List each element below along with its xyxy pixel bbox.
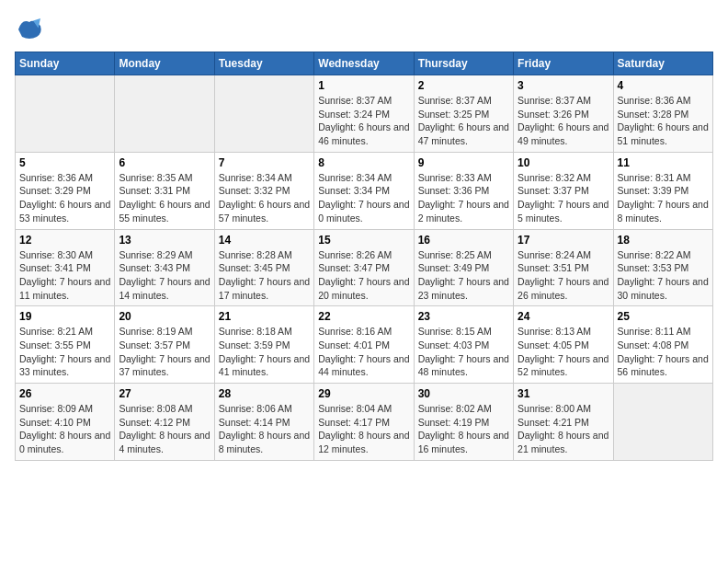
calendar-cell: 18Sunrise: 8:22 AM Sunset: 3:53 PM Dayli… (613, 229, 712, 306)
week-row-3: 12Sunrise: 8:30 AM Sunset: 3:41 PM Dayli… (16, 229, 713, 306)
day-header-tuesday: Tuesday (214, 52, 313, 75)
calendar-cell (115, 75, 214, 153)
calendar-cell: 25Sunrise: 8:11 AM Sunset: 4:08 PM Dayli… (613, 306, 712, 384)
day-info: Sunrise: 8:08 AM Sunset: 4:12 PM Dayligh… (119, 402, 210, 456)
day-info: Sunrise: 8:37 AM Sunset: 3:26 PM Dayligh… (518, 94, 609, 148)
calendar-cell (214, 75, 313, 153)
day-info: Sunrise: 8:13 AM Sunset: 4:05 PM Dayligh… (518, 325, 609, 379)
calendar-cell: 15Sunrise: 8:26 AM Sunset: 3:47 PM Dayli… (314, 229, 414, 306)
calendar-cell: 30Sunrise: 8:02 AM Sunset: 4:19 PM Dayli… (414, 384, 513, 461)
calendar-cell: 9Sunrise: 8:33 AM Sunset: 3:36 PM Daylig… (414, 152, 513, 229)
calendar-cell (16, 75, 115, 153)
day-number: 13 (119, 234, 210, 247)
day-info: Sunrise: 8:31 AM Sunset: 3:39 PM Dayligh… (618, 171, 709, 225)
day-info: Sunrise: 8:11 AM Sunset: 4:08 PM Dayligh… (618, 325, 709, 379)
calendar-cell: 28Sunrise: 8:06 AM Sunset: 4:14 PM Dayli… (214, 384, 313, 461)
calendar-cell: 29Sunrise: 8:04 AM Sunset: 4:17 PM Dayli… (314, 384, 414, 461)
day-info: Sunrise: 8:25 AM Sunset: 3:49 PM Dayligh… (418, 248, 509, 303)
day-header-wednesday: Wednesday (314, 52, 414, 75)
calendar-cell: 7Sunrise: 8:34 AM Sunset: 3:32 PM Daylig… (214, 152, 313, 229)
day-header-friday: Friday (514, 52, 613, 75)
day-header-thursday: Thursday (414, 52, 513, 75)
day-number: 28 (219, 387, 310, 400)
calendar-cell: 11Sunrise: 8:31 AM Sunset: 3:39 PM Dayli… (613, 152, 712, 229)
calendar-header: SundayMondayTuesdayWednesdayThursdayFrid… (16, 52, 713, 75)
day-info: Sunrise: 8:04 AM Sunset: 4:17 PM Dayligh… (318, 402, 409, 456)
day-number: 1 (318, 79, 409, 92)
day-info: Sunrise: 8:02 AM Sunset: 4:19 PM Dayligh… (418, 402, 509, 456)
day-header-monday: Monday (115, 52, 214, 75)
day-info: Sunrise: 8:34 AM Sunset: 3:34 PM Dayligh… (318, 171, 409, 225)
day-info: Sunrise: 8:26 AM Sunset: 3:47 PM Dayligh… (318, 248, 409, 303)
day-info: Sunrise: 8:34 AM Sunset: 3:32 PM Dayligh… (219, 171, 310, 225)
day-info: Sunrise: 8:33 AM Sunset: 3:36 PM Dayligh… (418, 171, 509, 225)
week-row-5: 26Sunrise: 8:09 AM Sunset: 4:10 PM Dayli… (16, 384, 713, 461)
day-number: 6 (119, 156, 210, 169)
page-header (15, 15, 713, 44)
week-row-1: 1Sunrise: 8:37 AM Sunset: 3:24 PM Daylig… (16, 75, 713, 153)
day-number: 17 (518, 234, 609, 247)
calendar-cell: 8Sunrise: 8:34 AM Sunset: 3:34 PM Daylig… (314, 152, 414, 229)
logo (15, 15, 48, 44)
day-number: 10 (518, 156, 609, 169)
day-number: 2 (418, 79, 509, 92)
day-number: 8 (318, 156, 409, 169)
day-number: 23 (418, 310, 509, 323)
day-number: 31 (518, 387, 609, 400)
day-info: Sunrise: 8:29 AM Sunset: 3:43 PM Dayligh… (119, 248, 210, 303)
week-row-2: 5Sunrise: 8:36 AM Sunset: 3:29 PM Daylig… (16, 152, 713, 229)
calendar-cell: 6Sunrise: 8:35 AM Sunset: 3:31 PM Daylig… (115, 152, 214, 229)
day-info: Sunrise: 8:21 AM Sunset: 3:55 PM Dayligh… (19, 325, 110, 379)
week-row-4: 19Sunrise: 8:21 AM Sunset: 3:55 PM Dayli… (16, 306, 713, 384)
calendar-table: SundayMondayTuesdayWednesdayThursdayFrid… (15, 52, 713, 461)
day-info: Sunrise: 8:30 AM Sunset: 3:41 PM Dayligh… (19, 248, 110, 303)
day-info: Sunrise: 8:22 AM Sunset: 3:53 PM Dayligh… (618, 248, 709, 303)
calendar-body: 1Sunrise: 8:37 AM Sunset: 3:24 PM Daylig… (16, 75, 713, 461)
day-number: 5 (19, 156, 110, 169)
calendar-cell: 24Sunrise: 8:13 AM Sunset: 4:05 PM Dayli… (514, 306, 613, 384)
calendar-cell: 23Sunrise: 8:15 AM Sunset: 4:03 PM Dayli… (414, 306, 513, 384)
day-info: Sunrise: 8:09 AM Sunset: 4:10 PM Dayligh… (19, 402, 110, 456)
day-number: 3 (518, 79, 609, 92)
calendar-cell: 17Sunrise: 8:24 AM Sunset: 3:51 PM Dayli… (514, 229, 613, 306)
day-number: 29 (318, 387, 409, 400)
calendar-cell: 1Sunrise: 8:37 AM Sunset: 3:24 PM Daylig… (314, 75, 414, 153)
day-info: Sunrise: 8:36 AM Sunset: 3:28 PM Dayligh… (618, 94, 709, 148)
day-info: Sunrise: 8:28 AM Sunset: 3:45 PM Dayligh… (219, 248, 310, 303)
calendar-cell: 20Sunrise: 8:19 AM Sunset: 3:57 PM Dayli… (115, 306, 214, 384)
day-number: 20 (119, 310, 210, 323)
calendar-cell: 31Sunrise: 8:00 AM Sunset: 4:21 PM Dayli… (514, 384, 613, 461)
calendar-cell: 22Sunrise: 8:16 AM Sunset: 4:01 PM Dayli… (314, 306, 414, 384)
day-number: 11 (618, 156, 709, 169)
day-number: 9 (418, 156, 509, 169)
day-info: Sunrise: 8:18 AM Sunset: 3:59 PM Dayligh… (219, 325, 310, 379)
day-number: 7 (219, 156, 310, 169)
day-number: 18 (618, 234, 709, 247)
calendar-cell: 14Sunrise: 8:28 AM Sunset: 3:45 PM Dayli… (214, 229, 313, 306)
calendar-cell: 2Sunrise: 8:37 AM Sunset: 3:25 PM Daylig… (414, 75, 513, 153)
day-number: 30 (418, 387, 509, 400)
calendar-cell: 4Sunrise: 8:36 AM Sunset: 3:28 PM Daylig… (613, 75, 712, 153)
day-header-saturday: Saturday (613, 52, 712, 75)
day-info: Sunrise: 8:15 AM Sunset: 4:03 PM Dayligh… (418, 325, 509, 379)
day-number: 16 (418, 234, 509, 247)
day-info: Sunrise: 8:32 AM Sunset: 3:37 PM Dayligh… (518, 171, 609, 225)
day-number: 22 (318, 310, 409, 323)
day-header-sunday: Sunday (16, 52, 115, 75)
day-info: Sunrise: 8:19 AM Sunset: 3:57 PM Dayligh… (119, 325, 210, 379)
day-number: 27 (119, 387, 210, 400)
days-row: SundayMondayTuesdayWednesdayThursdayFrid… (16, 52, 713, 75)
day-info: Sunrise: 8:00 AM Sunset: 4:21 PM Dayligh… (518, 402, 609, 456)
calendar-cell: 21Sunrise: 8:18 AM Sunset: 3:59 PM Dayli… (214, 306, 313, 384)
day-info: Sunrise: 8:36 AM Sunset: 3:29 PM Dayligh… (19, 171, 110, 225)
day-info: Sunrise: 8:16 AM Sunset: 4:01 PM Dayligh… (318, 325, 409, 379)
day-number: 19 (19, 310, 110, 323)
day-number: 21 (219, 310, 310, 323)
calendar-cell: 19Sunrise: 8:21 AM Sunset: 3:55 PM Dayli… (16, 306, 115, 384)
day-number: 26 (19, 387, 110, 400)
calendar-cell: 13Sunrise: 8:29 AM Sunset: 3:43 PM Dayli… (115, 229, 214, 306)
day-number: 12 (19, 234, 110, 247)
calendar-cell (613, 384, 712, 461)
day-number: 15 (318, 234, 409, 247)
calendar-cell: 5Sunrise: 8:36 AM Sunset: 3:29 PM Daylig… (16, 152, 115, 229)
